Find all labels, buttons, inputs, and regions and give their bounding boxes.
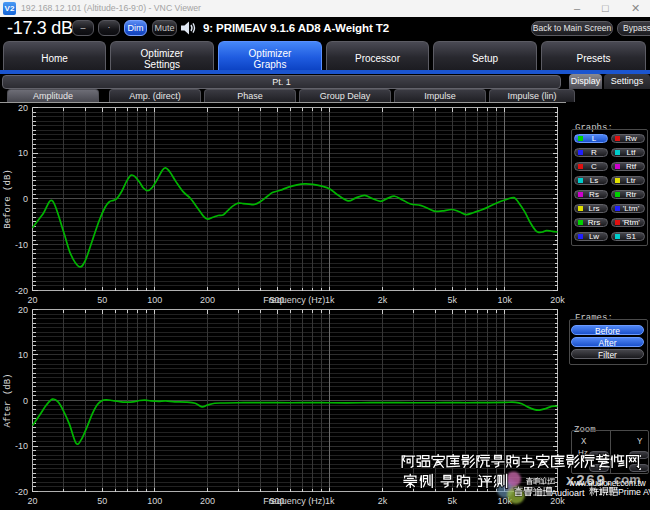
svg-text:10: 10	[18, 148, 28, 158]
svg-text:200: 200	[200, 496, 215, 506]
svg-text:0: 0	[23, 194, 28, 204]
svg-text:Frequency (Hz): Frequency (Hz)	[263, 295, 325, 305]
svg-text:200: 200	[200, 295, 215, 305]
svg-text:100: 100	[147, 496, 162, 506]
svg-text:Before (dB): Before (dB)	[3, 169, 13, 228]
svg-text:50: 50	[97, 496, 107, 506]
svg-text:1k: 1k	[325, 295, 335, 305]
svg-text:-10: -10	[15, 441, 28, 451]
svg-text:20: 20	[18, 305, 28, 315]
svg-text:5k: 5k	[447, 295, 457, 305]
svg-text:20k: 20k	[550, 295, 565, 305]
svg-text:-10: -10	[15, 240, 28, 250]
svg-text:50: 50	[97, 295, 107, 305]
svg-text:1k: 1k	[325, 496, 335, 506]
svg-text:5k: 5k	[447, 496, 457, 506]
svg-text:20: 20	[27, 496, 37, 506]
svg-text:-20: -20	[15, 286, 28, 296]
svg-text:2k: 2k	[378, 496, 388, 506]
svg-text:10k: 10k	[498, 295, 513, 305]
svg-text:Frequency (Hz): Frequency (Hz)	[263, 496, 325, 506]
svg-text:After (dB): After (dB)	[3, 373, 13, 427]
svg-text:100: 100	[147, 295, 162, 305]
svg-text:20: 20	[18, 103, 28, 113]
svg-text:2k: 2k	[378, 295, 388, 305]
svg-text:-20: -20	[15, 487, 28, 497]
svg-text:20: 20	[27, 295, 37, 305]
svg-text:10: 10	[18, 350, 28, 360]
svg-text:0: 0	[23, 396, 28, 406]
